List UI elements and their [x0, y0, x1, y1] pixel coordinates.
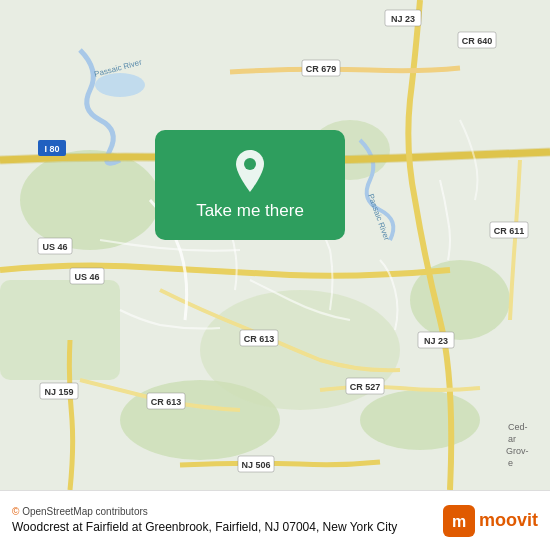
- svg-point-3: [360, 390, 480, 450]
- svg-text:US 46: US 46: [74, 272, 99, 282]
- moovit-logo[interactable]: m moovit: [443, 505, 538, 537]
- svg-text:Ced-: Ced-: [508, 422, 528, 432]
- bottom-bar: © OpenStreetMap contributors Woodcrest a…: [0, 490, 550, 550]
- svg-text:Grov-: Grov-: [506, 446, 529, 456]
- svg-text:NJ 23: NJ 23: [391, 14, 415, 24]
- osm-credit: © OpenStreetMap contributors: [12, 506, 443, 517]
- svg-text:NJ 506: NJ 506: [241, 460, 270, 470]
- svg-text:CR 611: CR 611: [494, 226, 525, 236]
- svg-text:US 46: US 46: [42, 242, 67, 252]
- location-pin-icon: [228, 149, 272, 193]
- take-me-there-button[interactable]: Take me there: [155, 130, 345, 240]
- moovit-text: moovit: [479, 510, 538, 531]
- address-line: Woodcrest at Fairfield at Greenbrook, Fa…: [12, 519, 443, 536]
- svg-text:CR 527: CR 527: [350, 382, 381, 392]
- map-svg: NJ 23 CR 640 CR 679 I 80 US 46 US 46 CR …: [0, 0, 550, 490]
- take-me-there-label: Take me there: [196, 201, 304, 221]
- svg-text:CR 613: CR 613: [151, 397, 182, 407]
- svg-text:e: e: [508, 458, 513, 468]
- svg-text:NJ 23: NJ 23: [424, 336, 448, 346]
- svg-rect-6: [0, 280, 120, 380]
- svg-text:m: m: [452, 513, 466, 530]
- svg-text:CR 613: CR 613: [244, 334, 275, 344]
- moovit-icon: m: [443, 505, 475, 537]
- svg-point-41: [244, 158, 256, 170]
- svg-text:CR 640: CR 640: [462, 36, 493, 46]
- svg-text:NJ 159: NJ 159: [44, 387, 73, 397]
- map-container: NJ 23 CR 640 CR 679 I 80 US 46 US 46 CR …: [0, 0, 550, 490]
- svg-text:I 80: I 80: [44, 144, 59, 154]
- svg-text:ar: ar: [508, 434, 516, 444]
- svg-point-1: [20, 150, 160, 250]
- bottom-left: © OpenStreetMap contributors Woodcrest a…: [12, 506, 443, 536]
- svg-text:CR 679: CR 679: [306, 64, 337, 74]
